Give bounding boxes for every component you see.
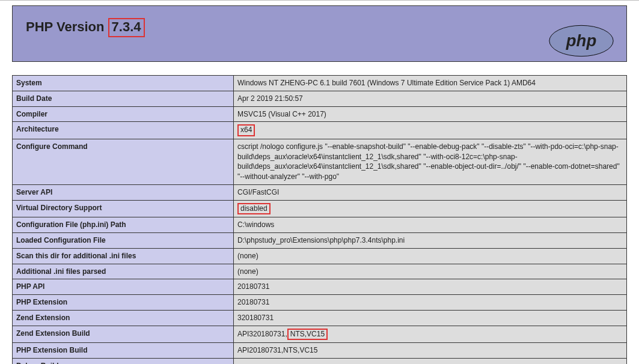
row-value: no — [234, 358, 627, 364]
row-key: Server API — [13, 184, 234, 200]
row-value: C:\windows — [234, 217, 627, 233]
table-row: Debug Buildno — [13, 358, 627, 364]
row-key: Configuration File (php.ini) Path — [13, 217, 234, 233]
table-row: Additional .ini files parsed(none) — [13, 264, 627, 279]
table-row: Configure Commandcscript /nologo configu… — [13, 139, 627, 184]
row-key: Configure Command — [13, 139, 234, 184]
value-highlight: disabled — [237, 203, 271, 214]
row-value: MSVC15 (Visual C++ 2017) — [234, 106, 627, 122]
table-row: Loaded Configuration FileD:\phpstudy_pro… — [13, 232, 627, 248]
row-value: 320180731 — [234, 310, 627, 326]
table-row: Scan this dir for additional .ini files(… — [13, 248, 627, 264]
table-row: Zend Extension BuildAPI320180731,NTS,VC1… — [13, 326, 627, 342]
value-highlight: x64 — [237, 124, 255, 136]
table-row: CompilerMSVC15 (Visual C++ 2017) — [13, 106, 627, 122]
row-key: System — [13, 76, 234, 91]
row-value: (none) — [234, 248, 627, 264]
table-row: PHP API20180731 — [13, 279, 627, 295]
table-row: PHP Extension BuildAPI20180731,NTS,VC15 — [13, 343, 627, 359]
row-key: Debug Build — [13, 358, 234, 364]
php-version-highlight: 7.3.4 — [108, 18, 145, 37]
phpinfo-table: SystemWindows NT ZHENG-PC 6.1 build 7601… — [12, 75, 627, 364]
row-key: PHP Extension — [13, 295, 234, 311]
row-key: Virtual Directory Support — [13, 200, 234, 217]
row-value: D:\phpstudy_pro\Extensions\php\php7.3.4n… — [234, 232, 627, 248]
table-row: PHP Extension20180731 — [13, 295, 627, 311]
svg-text:php: php — [566, 31, 596, 50]
row-value: API320180731,NTS,VC15 — [234, 326, 627, 342]
table-row: Configuration File (php.ini) PathC:\wind… — [13, 217, 627, 233]
title-prefix: PHP Version — [26, 19, 104, 34]
table-row: Architecturex64 — [13, 122, 627, 139]
row-value: Apr 2 2019 21:50:57 — [234, 91, 627, 106]
phpinfo-header: PHP Version 7.3.4 php — [12, 5, 627, 62]
row-key: Loaded Configuration File — [13, 232, 234, 248]
row-value: (none) — [234, 264, 627, 279]
page-title: PHP Version 7.3.4 — [26, 19, 145, 34]
value-highlight: NTS,VC15 — [287, 329, 328, 340]
row-value: 20180731 — [234, 295, 627, 311]
table-row: Build DateApr 2 2019 21:50:57 — [13, 91, 627, 106]
row-key: Scan this dir for additional .ini files — [13, 248, 234, 264]
value-prefix: API320180731, — [237, 330, 287, 338]
row-value: Windows NT ZHENG-PC 6.1 build 7601 (Wind… — [234, 76, 627, 91]
row-key: Architecture — [13, 122, 234, 139]
table-row: Virtual Directory Supportdisabled — [13, 200, 627, 217]
row-key: Build Date — [13, 91, 234, 106]
row-key: Compiler — [13, 106, 234, 122]
row-key: Zend Extension — [13, 310, 234, 326]
row-value: API20180731,NTS,VC15 — [234, 343, 627, 359]
row-key: PHP API — [13, 279, 234, 295]
row-value: CGI/FastCGI — [234, 184, 627, 200]
table-row: SystemWindows NT ZHENG-PC 6.1 build 7601… — [13, 76, 627, 91]
table-row: Zend Extension320180731 — [13, 310, 627, 326]
row-key: PHP Extension Build — [13, 343, 234, 359]
row-value: x64 — [234, 122, 627, 139]
row-value: 20180731 — [234, 279, 627, 295]
table-row: Server APICGI/FastCGI — [13, 184, 627, 200]
row-value: disabled — [234, 200, 627, 217]
row-key: Zend Extension Build — [13, 326, 234, 342]
row-key: Additional .ini files parsed — [13, 264, 234, 279]
row-value: cscript /nologo configure.js "--enable-s… — [234, 139, 627, 184]
php-logo-icon: php — [548, 24, 614, 58]
